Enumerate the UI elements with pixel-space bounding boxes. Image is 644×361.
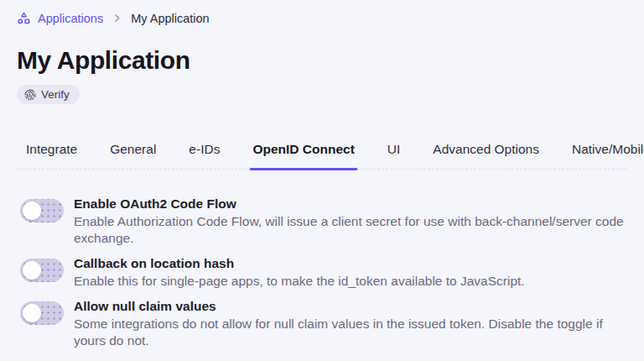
chevron-right-icon [112, 13, 122, 24]
verify-badge-label: Verify [41, 88, 70, 101]
tab-openid-connect[interactable]: OpenID Connect [250, 139, 356, 170]
toggle-switch-enable-oauth2-code-flow[interactable] [20, 199, 64, 222]
breadcrumb: Applications My Application [17, 11, 627, 25]
tab-advanced-options[interactable]: Advanced Options [430, 139, 542, 170]
toggle-row-require-pushed-authorization-requests-par: Require Pushed Authorization Requests (P… [20, 358, 627, 361]
toggle-description: Enable Authorization Code Flow, will iss… [74, 213, 627, 247]
tab-general[interactable]: General [107, 139, 158, 170]
toggle-knob [23, 201, 41, 220]
toggle-switch-allow-null-claim-values[interactable] [20, 301, 64, 325]
breadcrumb-link-applications[interactable]: Applications [38, 12, 103, 25]
toggle-description: Some integrations do not allow for null … [74, 316, 627, 349]
toggle-title: Callback on location hash [74, 255, 525, 272]
breadcrumb-current: My Application [131, 12, 210, 25]
tab-bar: IntegrateGenerale-IDsOpenID ConnectUIAdv… [17, 139, 627, 170]
toggle-knob [23, 304, 41, 322]
page-container: Applications My Application My Applicati… [0, 0, 644, 361]
toggle-row-enable-oauth2-code-flow: Enable OAuth2 Code Flow Enable Authoriza… [20, 196, 627, 247]
openid-connect-settings-page: { "colors": { "accent": "#6152f0", "back… [0, 0, 644, 361]
toggle-switch-callback-on-location-hash[interactable] [20, 259, 64, 282]
page-title: My Application [17, 46, 627, 75]
tab-e-ids[interactable]: e-IDs [186, 139, 222, 170]
tab-ui[interactable]: UI [385, 139, 403, 170]
applications-shapes-icon [17, 11, 31, 25]
tab-native-mobile[interactable]: Native/Mobile [569, 139, 644, 170]
toggle-row-allow-null-claim-values: Allow null claim values Some integration… [20, 298, 627, 349]
tab-integrate[interactable]: Integrate [23, 139, 80, 170]
toggle-title: Require Pushed Authorization Requests (P… [74, 358, 420, 361]
toggle-title: Allow null claim values [74, 298, 627, 315]
toggle-knob [23, 261, 41, 280]
toggle-row-callback-on-location-hash: Callback on location hash Enable this fo… [20, 255, 627, 290]
toggle-settings-list: Enable OAuth2 Code Flow Enable Authoriza… [17, 196, 627, 361]
toggle-description: Enable this for single-page apps, to mak… [74, 273, 525, 290]
toggle-title: Enable OAuth2 Code Flow [74, 196, 627, 212]
verify-badge[interactable]: Verify [17, 85, 80, 104]
fingerprint-icon [24, 89, 36, 101]
